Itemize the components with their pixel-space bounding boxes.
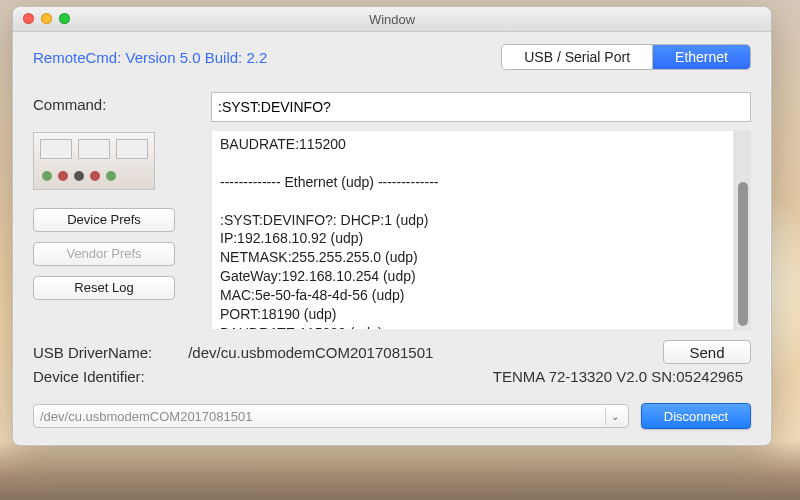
disconnect-button[interactable]: Disconnect	[641, 403, 751, 429]
answer-scrollbar[interactable]	[734, 130, 751, 330]
vendor-prefs-button: Vendor Prefs	[33, 242, 175, 266]
shoreline	[0, 440, 800, 500]
traffic-lights	[23, 13, 70, 24]
minimize-icon[interactable]	[41, 13, 52, 24]
device-image	[33, 132, 155, 190]
zoom-icon[interactable]	[59, 13, 70, 24]
reset-log-button[interactable]: Reset Log	[33, 276, 175, 300]
app-window: Window RemoteCmd: Version 5.0 Build: 2.2…	[12, 6, 772, 446]
close-icon[interactable]	[23, 13, 34, 24]
version-text: RemoteCmd: Version 5.0 Build: 2.2	[33, 49, 267, 66]
device-identifier-value: TENMA 72-13320 V2.0 SN:05242965	[493, 368, 743, 385]
device-prefs-button[interactable]: Device Prefs	[33, 208, 175, 232]
send-button[interactable]: Send	[663, 340, 751, 364]
port-combo-value: /dev/cu.usbmodemCOM2017081501	[40, 409, 252, 424]
port-combo[interactable]: /dev/cu.usbmodemCOM2017081501 ⌄	[33, 404, 629, 428]
device-identifier-label: Device Identifier:	[33, 368, 145, 385]
window-titlebar[interactable]: Window	[13, 7, 771, 32]
connection-segmented-control: USB / Serial Port Ethernet	[501, 44, 751, 70]
scrollbar-thumb[interactable]	[738, 182, 748, 326]
usb-driver-name-label: USB DriverName:	[33, 344, 152, 361]
tab-usb-serial[interactable]: USB / Serial Port	[502, 45, 652, 69]
usb-driver-name-value: /dev/cu.usbmodemCOM2017081501	[188, 344, 433, 361]
command-label: Command:	[33, 92, 203, 122]
window-content: RemoteCmd: Version 5.0 Build: 2.2 USB / …	[13, 32, 771, 445]
command-input[interactable]	[211, 92, 751, 122]
window-title: Window	[369, 12, 415, 27]
tab-ethernet[interactable]: Ethernet	[652, 45, 750, 69]
chevron-down-icon[interactable]: ⌄	[605, 407, 624, 425]
answer-output[interactable]: BAUDRATE:115200 ------------- Ethernet (…	[211, 130, 734, 330]
